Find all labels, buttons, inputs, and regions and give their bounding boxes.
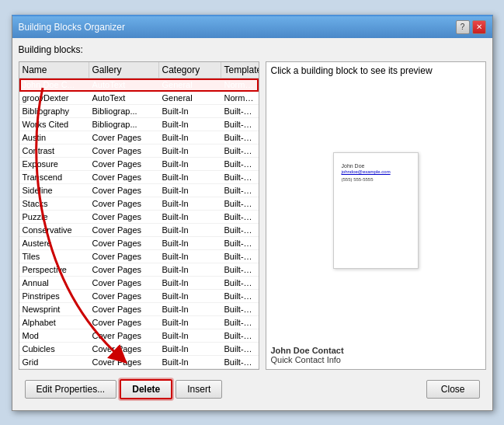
table-row[interactable]: Stacks Cover Pages Built-In Built-In Bui… [19,197,259,211]
cell-template: Built-In Buil... [221,316,259,329]
cell-category: Built-In [159,290,221,302]
cell-category: Built-In [159,224,221,236]
cell-gallery: Cover Pages [89,237,159,249]
content-area: Name Gallery Category Template John Doe … [19,61,486,370]
cell-category: Built-In [159,277,221,289]
cell-name: Mod [19,329,89,342]
help-button[interactable]: ? [456,20,470,34]
table-row[interactable]: Cubicles Cover Pages Built-In Built-In B… [19,343,259,356]
cell-template: Built-In Buil... [221,118,259,131]
cell-category: General [159,92,221,104]
cell-gallery: Cover Pages [89,263,159,276]
table-row[interactable]: Pinstripes Cover Pages Built-In Built-In… [19,290,259,303]
table-row[interactable]: Austere Cover Pages Built-In Built-In Bu… [19,237,259,250]
table-row[interactable]: Contrast Cover Pages Built-In Built-In B… [19,145,259,158]
cell-template: Built-In Buil... [221,290,259,302]
table-row[interactable]: Puzzle Cover Pages Built-In Built-In Bui… [19,211,259,224]
table-body[interactable]: John Doe C... AutoText General Normal.do… [19,78,259,369]
table-row[interactable]: Newsprint Cover Pages Built-In Built-In … [19,303,259,316]
table-row[interactable]: Conservative Cover Pages Built-In Built-… [19,224,259,237]
cell-category: Built-In [159,131,221,144]
cell-name: Exposure [19,158,89,170]
cell-gallery: Cover Pages [89,171,159,183]
cell-name: Contrast [19,145,89,157]
preview-document: John Doe johndoe@example.com (555) 555-5… [333,152,419,269]
cell-name: Cubicles [19,343,89,355]
table-row[interactable]: Annual Cover Pages Built-In Built-In Bui… [19,277,259,290]
cell-name: Newsprint [19,303,89,315]
edit-properties-button[interactable]: Edit Properties... [25,380,117,399]
cell-gallery: Cover Pages [89,329,159,342]
table-row[interactable]: Works Cited Bibliograp... Built-In Built… [19,118,259,131]
table-row[interactable]: Austin Cover Pages Built-In Built-In Bui… [19,131,259,145]
table-row[interactable]: Grid Cover Pages Built-In Built-In Buil.… [19,356,259,369]
cell-template: Built-In Buil... [221,224,259,236]
table-row[interactable]: groovDexter AutoText General Normal.dotm [19,92,259,105]
cell-gallery: Cover Pages [89,145,159,157]
building-blocks-dialog: Building Blocks Organizer ? ✕ Building b… [12,15,493,411]
cell-category: Built-In [159,250,221,263]
cell-category: Built-In [159,118,221,131]
cell-gallery: Cover Pages [89,131,159,144]
table-row[interactable]: Perspective Cover Pages Built-In Built-I… [19,263,259,277]
cell-category: Built-In [159,105,221,117]
cell-gallery: Cover Pages [89,211,159,223]
cell-name: Sideline [19,184,89,197]
preview-doc-name: John Doe [342,162,365,169]
cell-name: Tiles [19,250,89,263]
cell-category: Built-In [159,145,221,157]
cell-gallery: Cover Pages [89,290,159,302]
cell-template: Built-In Buil... [221,158,259,170]
dialog-title: Building Blocks Organizer [19,22,125,33]
cell-category: Built-In [159,237,221,249]
cell-gallery: AutoText [89,92,159,104]
cell-template: Normal.dotm [221,78,259,91]
preview-info: John Doe Contact Quick Contact Info [266,343,485,369]
cell-gallery: Cover Pages [89,224,159,236]
table-row[interactable]: Sideline Cover Pages Built-In Built-In B… [19,184,259,197]
col-gallery[interactable]: Gallery [89,62,159,78]
table-row[interactable]: Bibliography Bibliograp... Built-In Buil… [19,105,259,118]
col-name[interactable]: Name [19,62,89,78]
col-template[interactable]: Template [221,62,259,78]
col-category[interactable]: Category [159,62,221,78]
cell-template: Built-In Buil... [221,105,259,117]
cell-gallery: Cover Pages [89,197,159,210]
table-row[interactable]: Mod Cover Pages Built-In Built-In Buil..… [19,329,259,343]
cell-name: Pinstripes [19,290,89,302]
cell-template: Built-In Buil... [221,329,259,342]
cell-name: Austin [19,131,89,144]
cell-name: Conservative [19,224,89,236]
table-row[interactable]: Exposure Cover Pages Built-In Built-In B… [19,158,259,171]
cell-name: John Doe C... [19,78,89,91]
cell-category: Built-In [159,303,221,315]
cell-gallery: Cover Pages [89,158,159,170]
delete-button[interactable]: Delete [120,379,172,399]
cell-category: General [159,78,221,91]
cell-gallery: AutoText [89,78,159,91]
cell-name: Grid [19,356,89,368]
cell-category: Built-In [159,171,221,183]
cell-name: Annual [19,277,89,289]
close-button[interactable]: Close [426,380,480,399]
cell-category: Built-In [159,329,221,342]
table-row[interactable]: Alphabet Cover Pages Built-In Built-In B… [19,316,259,329]
table-row[interactable]: Transcend Cover Pages Built-In Built-In … [19,171,259,184]
cell-template: Built-In Buil... [221,211,259,223]
cell-gallery: Cover Pages [89,184,159,197]
insert-button[interactable]: Insert [176,380,222,399]
close-x-button[interactable]: ✕ [472,20,486,34]
cell-category: Built-In [159,158,221,170]
preview-doc-phone: (555) 555-5555 [342,177,374,183]
table-row[interactable]: John Doe C... AutoText General Normal.do… [19,78,259,92]
cell-category: Built-In [159,343,221,355]
cell-gallery: Cover Pages [89,277,159,289]
building-blocks-label: Building blocks: [19,44,486,55]
cell-gallery: Cover Pages [89,303,159,315]
table-row[interactable]: Tiles Cover Pages Built-In Built-In Buil… [19,250,259,263]
table-header: Name Gallery Category Template [19,62,259,78]
cell-name: Austere [19,237,89,249]
cell-category: Built-In [159,211,221,223]
cell-category: Built-In [159,356,221,368]
cell-template: Built-In Buil... [221,184,259,197]
